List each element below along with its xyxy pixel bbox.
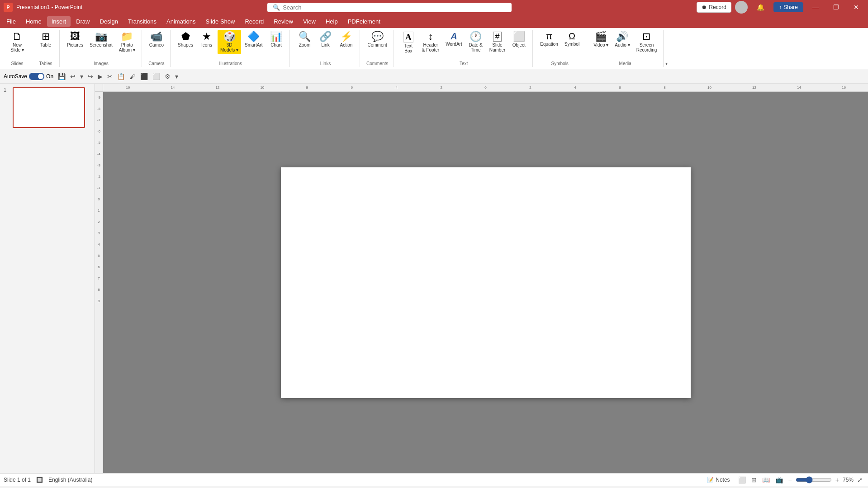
slide-thumbnail-1[interactable] [13,87,85,128]
symbol-button[interactable]: Ω Symbol [562,30,582,48]
video-button[interactable]: 🎬 Video ▾ [591,30,611,49]
zoom-button[interactable]: 🔍 Zoom [294,30,314,49]
photo-album-label: PhotoAlbum ▾ [119,43,135,52]
format-painter[interactable]: 🖌 [128,72,138,81]
audio-label: Audio ▾ [615,43,630,47]
smartart-button[interactable]: 🔷 SmartArt [242,30,265,49]
slide-canvas[interactable] [281,167,691,398]
photo-album-button[interactable]: 📁 PhotoAlbum ▾ [116,30,138,54]
header-footer-icon: ↕ [428,32,433,42]
main-area: 1 -16 -14 -12 -10 -8 -6 -4 -2 0 2 4 [0,84,868,473]
app-logo: P [4,3,13,12]
ribbon-group-tables: ⊞ Table Tables [32,30,60,67]
text-group-label: Text [460,61,468,67]
zoom-in-button[interactable]: + [834,475,841,484]
restore-button[interactable]: ❐ [828,2,844,13]
status-right: 📝 Notes ⬜ ⊞ 📖 📺 − + 75% ⤢ [704,475,864,484]
search-bar[interactable]: 🔍 [267,3,512,12]
shapes-button[interactable]: ⬟ Shapes [175,30,196,49]
menu-insert[interactable]: Insert [47,16,71,27]
chart-label: Chart [270,43,281,47]
cut-button[interactable]: ✂ [105,72,114,81]
comments-group-label: Comments [366,61,388,67]
screen-recording-button[interactable]: ⊡ ScreenRecording [634,30,660,54]
screenshot-button[interactable]: 📷 Screenshot [87,30,115,49]
copy-button[interactable]: 📋 [115,72,127,81]
align-left[interactable]: ⬛ [138,72,150,81]
zoom-level: 75% [843,477,854,483]
menu-help[interactable]: Help [321,16,342,27]
presenter-view-button[interactable]: 📺 [773,475,785,484]
comment-button[interactable]: 💬 Comment [365,30,389,49]
wordart-button[interactable]: A WordArt [443,30,465,48]
menu-design[interactable]: Design [95,16,123,27]
images-buttons: 🖼 Pictures 📷 Screenshot 📁 PhotoAlbum ▾ [64,30,138,60]
align-center[interactable]: ⬜ [151,72,162,81]
menu-slideshow[interactable]: Slide Show [201,16,239,27]
menu-draw[interactable]: Draw [71,16,94,27]
object-button[interactable]: ⬜ Object [509,30,529,49]
share-label: Share [783,4,798,10]
share-button[interactable]: ↑ Share [773,2,803,12]
customize-toolbar[interactable]: ▾ [173,72,180,81]
ribbon-expand[interactable]: ▾ [664,60,669,67]
zoom-out-button[interactable]: − [787,475,794,484]
search-icon: 🔍 [273,4,280,11]
chart-button[interactable]: 📊 Chart [266,30,286,49]
normal-view-button[interactable]: ⬜ [736,475,748,484]
text-box-button[interactable]: A TextBox [398,30,418,55]
search-input[interactable] [283,4,506,11]
slide-sorter-button[interactable]: ⊞ [749,475,759,484]
vertical-ruler: -9 -8 -7 -6 -5 -4 -3 -2 -1 0 1 2 3 4 5 6… [95,92,103,473]
undo-button[interactable]: ↩ [68,72,77,81]
menu-transitions[interactable]: Transitions [123,16,161,27]
minimize-button[interactable]: — [807,2,824,13]
cameo-button[interactable]: 📹 Cameo [147,30,166,49]
link-button[interactable]: 🔗 Link [315,30,335,49]
redo-button[interactable]: ↪ [86,72,95,81]
record-label: Record [709,4,726,10]
pictures-button[interactable]: 🖼 Pictures [64,30,86,49]
autosave-track[interactable] [29,73,44,80]
top-actions: ⏺ Record 🔔 ↑ Share — ❐ ✕ [697,1,864,14]
save-button[interactable]: 💾 [56,72,67,81]
table-button[interactable]: ⊞ Table [36,30,56,49]
icons-button[interactable]: ★ Icons [197,30,217,49]
slide-number-button[interactable]: # SlideNumber [487,30,508,54]
menu-view[interactable]: View [299,16,320,27]
close-button[interactable]: ✕ [848,2,864,13]
notes-button[interactable]: 📝 Notes [704,476,732,484]
audio-button[interactable]: 🔊 Audio ▾ [612,30,632,49]
menu-animations[interactable]: Animations [162,16,200,27]
menu-bar: File Home Insert Draw Design Transitions… [0,14,868,28]
accessibility-check[interactable]: 🔲 [36,477,43,483]
new-slide-button[interactable]: 🗋 NewSlide ▾ [7,30,27,54]
menu-file[interactable]: File [2,16,20,27]
action-button[interactable]: ⚡ Action [336,30,356,49]
pictures-label: Pictures [67,43,83,47]
menu-record[interactable]: Record [240,16,268,27]
text-box-label: TextBox [404,43,413,53]
notifications-icon[interactable]: 🔔 [751,2,770,13]
shapes-icon: ⬟ [181,32,190,42]
equation-button[interactable]: π Equation [537,30,560,48]
present-from-beginning[interactable]: ▶ [96,72,104,81]
video-icon: 🎬 [595,32,607,42]
menu-review[interactable]: Review [269,16,298,27]
fit-slide-button[interactable]: ⤢ [855,475,864,484]
reading-view-button[interactable]: 📖 [760,475,772,484]
slide-canvas-area[interactable] [103,92,868,473]
comment-label: Comment [367,43,387,47]
3d-models-button[interactable]: 🎲 3DModels ▾ [218,30,241,54]
smartart-label: SmartArt [245,43,262,47]
date-time-button[interactable]: 🕐 Date &Time [466,30,486,54]
header-footer-button[interactable]: ↕ Header& Footer [419,30,442,54]
more-options[interactable]: ⚙ [163,72,172,81]
ribbon-content: 🗋 NewSlide ▾ Slides ⊞ Table Tables 🖼 Pic [0,28,868,69]
zoom-slider[interactable] [796,476,832,483]
menu-pdfelement[interactable]: PDFelement [343,16,385,27]
menu-home[interactable]: Home [21,16,46,27]
avatar[interactable] [735,1,748,14]
undo-dropdown[interactable]: ▾ [78,72,85,81]
record-button[interactable]: ⏺ Record [697,2,731,13]
